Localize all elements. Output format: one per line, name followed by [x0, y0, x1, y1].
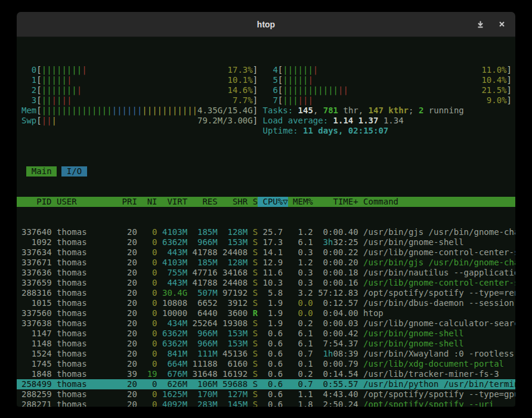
cell-pri: 39 — [102, 369, 137, 379]
meter-bar-segment: ||| — [298, 95, 313, 105]
column-header-pri[interactable]: PRI — [102, 197, 137, 207]
cell-ni: 0 — [137, 359, 157, 369]
process-row[interactable]: 1147thomas2006362M966M153MS0.66.10:00.42… — [17, 329, 515, 339]
cell-cpu-percent: 1.9 — [258, 308, 288, 318]
process-row-selected[interactable]: 258499thomas200626M106M59688S0.60.70:55.… — [17, 379, 515, 389]
cell-pid: 1015 — [21, 298, 52, 308]
cell-pid: 1524 — [21, 349, 52, 359]
cell-ni: 0 — [137, 227, 157, 237]
uptime-line: Uptime: 11 days, 02:15:07 — [263, 126, 512, 136]
column-header-cpu[interactable]: CPU%▽ — [258, 197, 288, 207]
window-titlebar[interactable]: htop — [17, 12, 515, 37]
meter-bracket-open: [ — [278, 65, 283, 75]
cell-pri: 20 — [102, 268, 137, 278]
process-row[interactable]: 1848thomas3919676M3164816192S0.60.20:14.… — [17, 369, 515, 379]
process-row[interactable]: 337634thomas200443M4178824408S14.10.30:0… — [17, 247, 515, 258]
swap-meter[interactable]: Swp[|||79.2M/3.00G] — [21, 116, 258, 126]
column-header-pid[interactable]: PID — [21, 197, 52, 207]
process-row[interactable]: 1524thomas200841M111M45136S0.60.71h08:39… — [17, 349, 515, 359]
column-header-ni[interactable]: NI — [137, 197, 157, 207]
cell-pid: 288271 — [21, 400, 52, 407]
cell-virt: 1625M — [157, 389, 188, 400]
group-broadcast-icon[interactable] — [476, 20, 484, 29]
cell-user: thomas — [52, 349, 102, 359]
time-rest: 0:00.22 — [323, 247, 358, 257]
process-row[interactable]: 337560thomas2001000064403600R1.90.00:04.… — [17, 308, 515, 318]
meter-value: 11.0% — [481, 65, 506, 75]
process-row[interactable]: 337640thomas2004103M185M128MS25.71.20:00… — [17, 227, 515, 237]
column-header-cmd[interactable]: Command — [358, 197, 515, 207]
time-rest: 32:25 — [333, 237, 358, 247]
cell-shr: 3600 — [218, 308, 248, 318]
meter-bracket-open: [ — [278, 85, 283, 95]
stat-segment: 1.34 — [383, 116, 404, 125]
cpu-meter-2[interactable]: 2[||||||||14.6%] — [21, 85, 258, 95]
column-header-mem[interactable]: MEM% — [288, 197, 313, 207]
meter-bar-segment: |||||| — [112, 106, 143, 115]
cell-mem-percent: 0.7 — [288, 379, 313, 389]
cpu-meter-7[interactable]: 7[||||||9.0%] — [263, 95, 512, 106]
cell-user: thomas — [52, 258, 102, 268]
process-row[interactable]: 1015thomas2001080866523912S1.90.00:12.57… — [17, 298, 515, 308]
meter-bar-segment: ||| — [283, 95, 298, 105]
meter-bar-segment: ||||||||||| — [283, 85, 338, 95]
cell-ni: 0 — [137, 288, 157, 298]
stat-segment: thr — [338, 106, 358, 115]
meter-bar-segment: ||||| — [283, 75, 308, 85]
cell-pid: 337671 — [21, 258, 52, 268]
meter-bar-segment: | — [308, 75, 313, 85]
meter-bars: ||||||||| — [42, 65, 87, 75]
column-header-s[interactable]: S — [248, 197, 258, 207]
column-header-virt[interactable]: VIRT — [157, 197, 188, 207]
stat-segment: 781 — [323, 106, 338, 115]
process-row[interactable]: 1092thomas2006362M966M153MS17.36.13h32:2… — [17, 237, 515, 247]
cpu-meter-4[interactable]: 4[|||||||11.0%] — [263, 65, 512, 75]
process-row[interactable]: 337659thomas200443M4178824408S10.30.30:0… — [17, 278, 515, 288]
cpu-meter-5[interactable]: 5[||||||10.4%] — [263, 75, 512, 85]
cell-state: S — [248, 258, 258, 268]
cell-state: S — [248, 400, 258, 407]
cell-virt: 443M — [157, 247, 188, 258]
column-header-shr[interactable]: SHR — [218, 197, 248, 207]
cell-time: 0:00.18 — [313, 268, 358, 278]
meter-bracket-open: [ — [36, 95, 41, 106]
process-row[interactable]: 288271thomas2004092M283M145MS0.61.82:50.… — [17, 400, 515, 407]
time-rest: 0:00.40 — [323, 227, 358, 237]
meter-body: |||||||11.0% — [283, 65, 506, 75]
tab-main[interactable]: Main — [26, 166, 57, 177]
process-row[interactable]: 288316thomas20030.4G507M97192S5.83.257:1… — [17, 288, 515, 298]
cell-user: thomas — [52, 278, 102, 288]
tab-io[interactable]: I/O — [61, 166, 86, 177]
process-row[interactable]: 337671thomas2004103M185M128MS12.91.20:00… — [17, 258, 515, 268]
column-header-user[interactable]: USER — [52, 197, 102, 207]
cell-command: /usr/bin/gjs /usr/bin/gnome-character — [358, 258, 515, 268]
meter-bar-segment: | — [77, 85, 82, 95]
cpu-meter-6[interactable]: 6[|||||||||||||21.5%] — [263, 85, 512, 95]
process-row[interactable]: 1148thomas2006362M966M153MS0.66.17:54.37… — [17, 339, 515, 349]
close-icon[interactable] — [497, 20, 506, 29]
cell-mem-percent: 1.1 — [288, 389, 313, 400]
column-header-res[interactable]: RES — [187, 197, 218, 207]
process-row[interactable]: 1745thomas200664M111886160S0.60.10:00.79… — [17, 359, 515, 369]
cpu-meter-3[interactable]: 3[||||||7.7%] — [21, 95, 258, 106]
meter-label: Mem — [21, 106, 36, 116]
process-row[interactable]: 288259thomas2001625M170M127MS0.61.14:43.… — [17, 389, 515, 400]
cell-command: /opt/spotify/spotify --type=renderer — [358, 288, 515, 298]
cell-mem-percent: 1.2 — [288, 258, 313, 268]
process-row[interactable]: 337638thomas200434M2526419308S1.90.20:00… — [17, 318, 515, 329]
cell-pid: 337560 — [21, 308, 52, 318]
cpu-meter-0[interactable]: 0[|||||||||17.3%] — [21, 65, 258, 75]
cell-res: 11188 — [187, 359, 218, 369]
stat-segment: 1.37 — [358, 116, 383, 125]
time-rest: 0:00.03 — [323, 318, 358, 328]
meter-label: 7 — [263, 95, 278, 106]
cell-time: 7:54.37 — [313, 339, 358, 349]
cell-pri: 20 — [102, 308, 137, 318]
stat-segment: , — [313, 106, 323, 115]
memory-meter[interactable]: Mem[|||||||||||||||||||||||||||||||4.35G… — [21, 106, 258, 116]
column-header-time[interactable]: TIME+ — [313, 197, 358, 207]
meter-bracket-close: ] — [253, 75, 258, 85]
cell-virt: 841M — [157, 349, 188, 359]
process-row[interactable]: 337636thomas200755M4771634168S11.60.30:0… — [17, 268, 515, 278]
cpu-meter-1[interactable]: 1[||||||10.1%] — [21, 75, 258, 85]
